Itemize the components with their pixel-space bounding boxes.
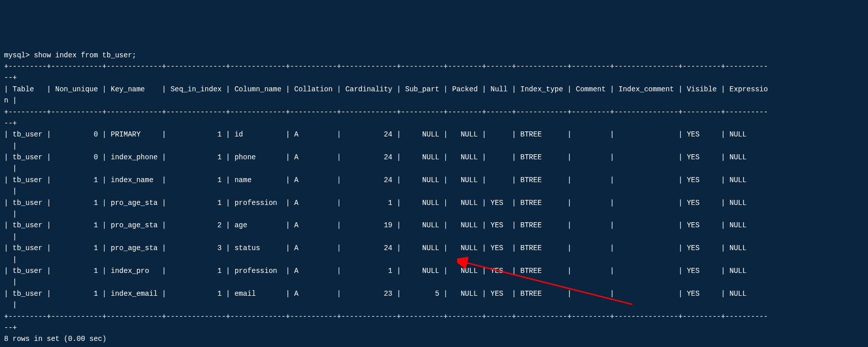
table-separator-mid: +---------+------------+-------------+--…: [4, 108, 768, 127]
sql-command: show index from tb_user;: [34, 51, 137, 59]
table-row: | tb_user | 1 | pro_age_sta | 1 | profes…: [4, 199, 768, 218]
mysql-prompt: mysql>: [4, 51, 34, 59]
table-row: | tb_user | 1 | pro_age_sta | 3 | status…: [4, 244, 768, 263]
terminal-output: mysql> show index from tb_user; +-------…: [4, 50, 864, 345]
table-row: | tb_user | 1 | index_pro | 1 | professi…: [4, 267, 768, 286]
table-row: | tb_user | 1 | index_email | 1 | email …: [4, 290, 768, 309]
table-row: | tb_user | 0 | index_phone | 1 | phone …: [4, 153, 768, 172]
result-footer: 8 rows in set (0.00 sec): [4, 335, 107, 343]
table-header: | Table | Non_unique | Key_name | Seq_in…: [4, 85, 768, 105]
table-row: | tb_user | 0 | PRIMARY | 1 | id | A | 2…: [4, 130, 768, 150]
table-separator-bottom: +---------+------------+-------------+--…: [4, 313, 768, 332]
table-separator-top: +---------+------------+-------------+--…: [4, 62, 768, 82]
table-row: | tb_user | 1 | pro_age_sta | 2 | age | …: [4, 221, 768, 240]
table-row: | tb_user | 1 | index_name | 1 | name | …: [4, 176, 768, 195]
